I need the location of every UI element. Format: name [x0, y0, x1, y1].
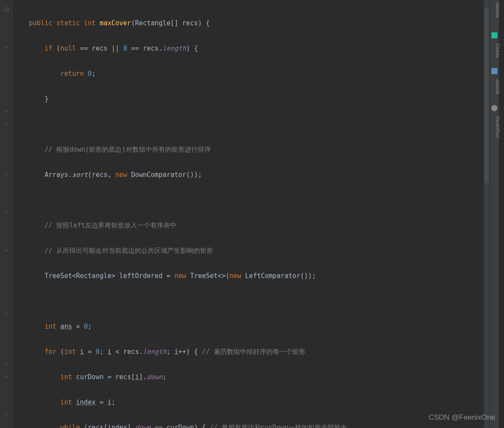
code-line[interactable] — [13, 194, 362, 207]
gutter-fold-icon[interactable] — [3, 411, 10, 418]
iclasslib-icon[interactable] — [491, 68, 497, 74]
code-line[interactable]: for (int i = 0; i < recs.length; i++) { … — [13, 346, 362, 358]
code-line[interactable]: while (recs[index].down == curDown) { //… — [13, 421, 362, 428]
gutter-fold-icon[interactable] — [3, 361, 10, 367]
watermark-text: CSDN @FeenixOne — [429, 411, 495, 424]
gutter-fold-icon[interactable] — [3, 121, 10, 127]
code-line[interactable]: public static int maxCover(Rectangle[] r… — [13, 17, 362, 30]
gutter-fold-icon[interactable] — [3, 247, 10, 253]
code-line[interactable]: // 根据down(矩形的底边)对数组中所有的矩形进行排序 — [13, 143, 362, 156]
code-line[interactable] — [13, 295, 362, 308]
restful-icon[interactable] — [491, 105, 497, 111]
gutter-override-icon — [3, 7, 10, 13]
gutter-fold-icon[interactable] — [3, 209, 10, 215]
vertical-scrollbar[interactable] — [484, 0, 489, 428]
sidebar-item-codota[interactable]: Codota — [490, 41, 504, 60]
gutter-fold-icon[interactable] — [3, 108, 10, 114]
code-line[interactable]: // 按照left左边界将矩形放入一个有序表中 — [13, 219, 362, 232]
code-line[interactable]: Arrays.sort(recs, new DownComparator()); — [13, 169, 362, 181]
sidebar-item-database[interactable]: atabase — [490, 0, 504, 21]
gutter-fold-icon[interactable] — [3, 374, 10, 380]
gutter-fold-icon[interactable] — [3, 310, 10, 316]
sidebar-item-restfultool[interactable]: RestfulTool — [490, 114, 504, 140]
code-line[interactable]: } — [13, 93, 362, 105]
scrollbar-thumb[interactable] — [484, 9, 489, 183]
right-toolbar: atabase Codota iclasslib RestfulTool — [489, 0, 499, 428]
code-line[interactable]: if (null == recs || 0 == recs.length) { — [13, 42, 362, 55]
code-editor[interactable]: public static int maxCover(Rectangle[] r… — [13, 4, 362, 428]
sidebar-item-iclasslib[interactable]: iclasslib — [490, 77, 504, 97]
codota-icon[interactable] — [491, 32, 497, 38]
code-line[interactable]: TreeSet<Rectangle> leftOrdered = new Tre… — [13, 270, 362, 282]
editor-gutter — [0, 0, 13, 428]
code-line[interactable]: // 从而得出可能会对当前底边的公共区域产生影响的矩形 — [13, 245, 362, 257]
code-line[interactable]: int ans = 0; — [13, 320, 362, 333]
code-line[interactable]: int index = i; — [13, 396, 362, 409]
code-line[interactable] — [13, 118, 362, 131]
code-line[interactable]: return 0; — [13, 68, 362, 80]
code-line[interactable]: int curDown = recs[i].down; — [13, 371, 362, 384]
gutter-fold-icon[interactable] — [3, 44, 10, 51]
gutter-fold-icon[interactable] — [3, 171, 10, 177]
